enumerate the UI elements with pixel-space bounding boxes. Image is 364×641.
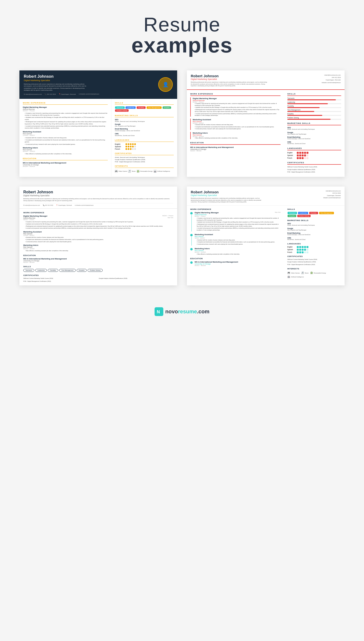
resume4-lang-spanish: Spanish	[287, 249, 341, 251]
resume1-email: ✉ robert@novoresume.com	[24, 93, 42, 95]
resume3-job-2: Marketing Assistant Riot Games 11/2015 –…	[23, 231, 173, 243]
skill-tag-flexibility: Flexibility	[136, 106, 146, 109]
resume1-title: Digital Marketing Specialist	[24, 79, 99, 82]
resume1-lang-french: French	[115, 148, 174, 150]
resume4-header: Robert Johnson Digital Marketing Special…	[187, 187, 344, 206]
footer-logo-icon: N	[154, 307, 163, 316]
skill-tag-time: Time Management	[146, 106, 162, 109]
resume3-job-1: Digital Marketing Manager Astoria Baumax…	[23, 215, 173, 229]
resume4-skill-tags: Teamwork Leadership Flexibility Time Man…	[287, 212, 341, 217]
resume4-job-1: Digital Marketing Manager New York Astor…	[190, 212, 280, 231]
resume1-interests: 🎮Video Games 🎵Music ♻️Renewable Energy 🤖…	[115, 169, 174, 173]
resume2-phone: 044 412 2019	[322, 76, 341, 79]
resume4-lang-title: LANGUAGES	[287, 243, 341, 245]
resume1-edu-degree: MS in International Marketing and Manage…	[23, 162, 108, 164]
resume3-body: WORK EXPERIENCE Digital Marketing Manage…	[20, 209, 177, 285]
resume1-left: WORK EXPERIENCE Digital Marketing Manage…	[20, 99, 112, 176]
resume-card-1: Robert Johnson Digital Marketing Special…	[20, 71, 177, 177]
resume-card-3: Robert Johnson Digital Marketing Special…	[20, 187, 177, 285]
resume1-body: WORK EXPERIENCE Digital Marketing Manage…	[20, 99, 177, 176]
resume1-job-1: Digital Marketing Manager Astoria Baumax…	[23, 106, 108, 129]
resume4-cert-2: Google Analytics Individual Qualificatio…	[287, 261, 341, 263]
resume2-work-title: WORK EXPERIENCE	[190, 93, 280, 96]
resume2-cert-title: CERTIFICATES	[287, 162, 341, 165]
resume1-name: Robert Johnson	[24, 74, 99, 79]
resume4-right: SKILLS Teamwork Leadership Flexibility T…	[284, 206, 344, 281]
resume4-left: WORK EXPERIENCE Digital Marketing Manage…	[187, 206, 284, 281]
page-header: Resume examples	[0, 0, 364, 66]
resume1-cert-1: Ahrefs, Semrush and Link-building Techni…	[115, 157, 174, 158]
resume1-mskill-google: Google Ads, Analytics and Tag Manager	[115, 123, 174, 127]
resume2-location: Copenhagen, Denmark	[322, 79, 341, 81]
resume4-interests: 🎮Video Games 🎵Music ♻️Renewable Energy 🤖…	[287, 271, 341, 279]
resume2-title: Digital Marketing Specialist	[191, 78, 268, 80]
resume1-job2-date: 11/2015 – 05/2017	[23, 135, 108, 136]
resume1-avatar: 👤	[158, 77, 173, 92]
resume4-mskills-title: MARKETING SKILLS	[287, 219, 341, 221]
resume4-desc: Marketing professional with proven exper…	[191, 197, 266, 203]
resume3-contact: ✉ robert@novoresume.com 📞 044 412 2019 📍…	[23, 203, 173, 206]
resume2-linkedin: linkedin.com/in/robertjohnson	[322, 81, 341, 84]
resume4-edu-title: EDUCATION	[190, 257, 280, 260]
resume1-edu-dates: 06/2014 – 06/2018	[23, 166, 108, 167]
resume3-certs: SEMrush Content Marketing Toolkit Course…	[23, 278, 173, 282]
resume2-email: robert@novoresume.com	[322, 74, 341, 76]
resume1-mskills-title: MARKETING SKILLS	[115, 114, 174, 117]
resume3-edu-title: EDUCATION	[23, 254, 173, 256]
footer-logo: N novoresume.com	[154, 307, 210, 316]
resume2-lang-spanish: Spanish	[287, 154, 341, 156]
resume2-skills-title: SKILLS	[287, 93, 341, 96]
resume1-job1-b2: Updated and monitored the Bid Strategy i…	[25, 116, 108, 121]
resume4-lang-english: English	[287, 246, 341, 248]
resume1-phone: 📞 044 412 2019	[45, 93, 56, 95]
resume1-edu-school: University of Chicago	[23, 164, 108, 166]
resume3-job-3: Marketing Intern Riot Games 06/2014 – 10…	[23, 244, 173, 252]
novoresume-n-icon: N	[156, 309, 162, 314]
resume1-contact-bar: ✉ robert@novoresume.com 📞 044 412 2019 📍…	[24, 93, 99, 95]
resume2-job-3: Marketing Intern Riot Games 09/2014 – 01…	[190, 132, 280, 139]
resume1-interests-title: INTERESTS	[115, 165, 174, 168]
resume2-edu: MS in International Marketing and Manage…	[190, 146, 280, 152]
resume2-body: WORK EXPERIENCE Digital Marketing Manage…	[187, 90, 344, 177]
resume3-name: Robert Johnson	[23, 190, 173, 194]
skill-tag-empathy: Empathy	[162, 106, 171, 109]
resumes-grid: Robert Johnson Digital Marketing Special…	[0, 66, 364, 300]
resume2-name: Robert Johnson	[191, 74, 268, 78]
resume4-title: Digital Marketing Specialist	[191, 194, 266, 196]
skill-tag-problem: Problem Solving	[115, 109, 128, 112]
resume2-mskills-title: MARKETING SKILLS	[287, 122, 341, 125]
resume1-job3-note: Was offered a marketing assistant job af…	[25, 153, 108, 155]
resume4-interests-title: INTERESTS	[287, 268, 341, 270]
resume2-lang-english: English	[287, 152, 341, 154]
skill-tag-leadership: Leadership	[126, 106, 136, 109]
resume3-desc: Marketing professional with proven exper…	[23, 198, 173, 202]
skill-tag-teamwork: Teamwork	[115, 106, 124, 109]
resume4-skills-title: SKILLS	[287, 208, 341, 210]
resume2-cert-3: PCM - Digital Management Certification (…	[287, 171, 341, 173]
resume3-edu: MS in International Marketing and Manage…	[23, 258, 173, 263]
resume4-contact: robert@novoresume.com 044 412 2019 Copen…	[323, 190, 341, 199]
resume4-lang-french: French	[287, 251, 341, 253]
resume2-lang-title: LANGUAGES	[287, 147, 341, 150]
title-examples: examples	[0, 35, 364, 56]
resume2-left: WORK EXPERIENCE Digital Marketing Manage…	[187, 90, 284, 177]
resume2-desc: Marketing professional with proven exper…	[191, 81, 268, 87]
footer-domain: novoresume.com	[165, 308, 210, 315]
resume1-job-2: Marketing Assistant Riot Games 11/2015 –…	[23, 131, 108, 146]
resume1-job2-b2: Compiled and distributed successfully th…	[25, 139, 108, 143]
resume2-skill-bars: Teamwork Leadership Flexibility Time Man…	[287, 97, 341, 120]
resume1-cert-3: PCM - Digital Management Certification (…	[115, 161, 174, 162]
resume2-contact: robert@novoresume.com 044 412 2019 Copen…	[322, 74, 341, 84]
resume-card-4: Robert Johnson Digital Marketing Special…	[187, 187, 344, 285]
resume1-right: SKILLS Teamwork Leadership Flexibility T…	[112, 99, 177, 176]
resume1-job1-b1: Created a new format for reporting and p…	[25, 112, 108, 116]
resume1-job3-title: Marketing Intern	[23, 147, 108, 149]
resume2-job-2: Marketing Assistant Riot Games 02/2015 –…	[190, 119, 280, 130]
resume1-lang-spanish: Spanish	[115, 146, 174, 147]
page-footer: N novoresume.com	[0, 300, 364, 326]
resume1-job1-date: 06/2017 – Present	[23, 110, 108, 112]
resume2-header: Robert Johnson Digital Marketing Special…	[187, 71, 344, 90]
resume4-cert-1: SEMrush Content Marketing Toolkit Course…	[287, 259, 341, 261]
resume1-mskill-email: Email Marketing ActiveCampaign, Litmus a…	[115, 128, 174, 132]
resume2-job-1: Digital Marketing Manager Astoria Baumax…	[190, 97, 280, 117]
